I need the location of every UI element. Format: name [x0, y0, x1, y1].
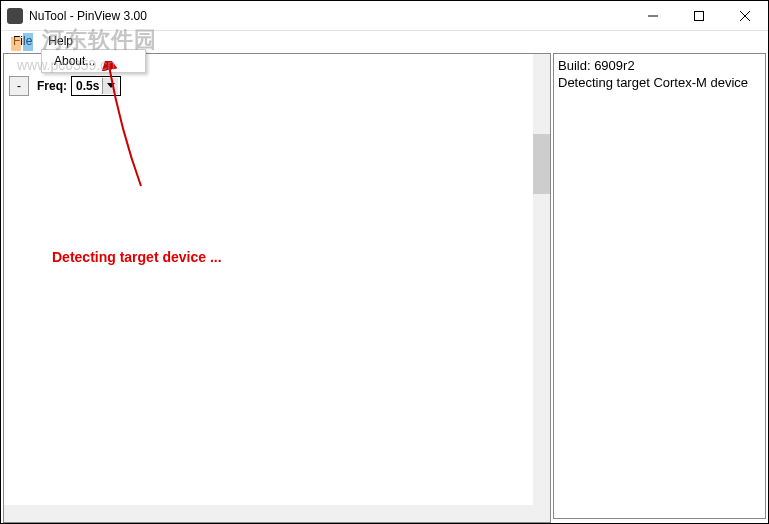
titlebar: NuTool - PinView 3.00 — [1, 1, 768, 31]
scrollbar-thumb[interactable] — [533, 134, 550, 194]
menu-file[interactable]: File — [5, 32, 40, 50]
horizontal-scrollbar[interactable] — [4, 505, 533, 522]
log-build: Build: 6909r2 — [558, 58, 761, 75]
window-title: NuTool - PinView 3.00 — [29, 9, 630, 23]
scrollbar-corner — [533, 505, 550, 522]
main-pane: Detecting target device ... — [3, 53, 551, 523]
menubar: File Help About... — [1, 31, 768, 51]
svg-rect-1 — [695, 11, 704, 20]
app-icon — [7, 8, 23, 24]
detecting-status: Detecting target device ... — [52, 249, 222, 265]
menu-help[interactable]: Help — [40, 32, 81, 50]
content-area: Detecting target device ... Build: 6909r… — [1, 51, 768, 521]
log-pane: Build: 6909r2 Detecting target Cortex-M … — [553, 53, 766, 519]
maximize-button[interactable] — [676, 1, 722, 30]
menu-about[interactable]: About... — [42, 50, 145, 72]
window-controls — [630, 1, 768, 30]
help-dropdown: About... — [41, 49, 146, 73]
log-line: Detecting target Cortex-M device — [558, 75, 761, 92]
minimize-button[interactable] — [630, 1, 676, 30]
vertical-scrollbar[interactable] — [533, 54, 550, 505]
close-button[interactable] — [722, 1, 768, 30]
